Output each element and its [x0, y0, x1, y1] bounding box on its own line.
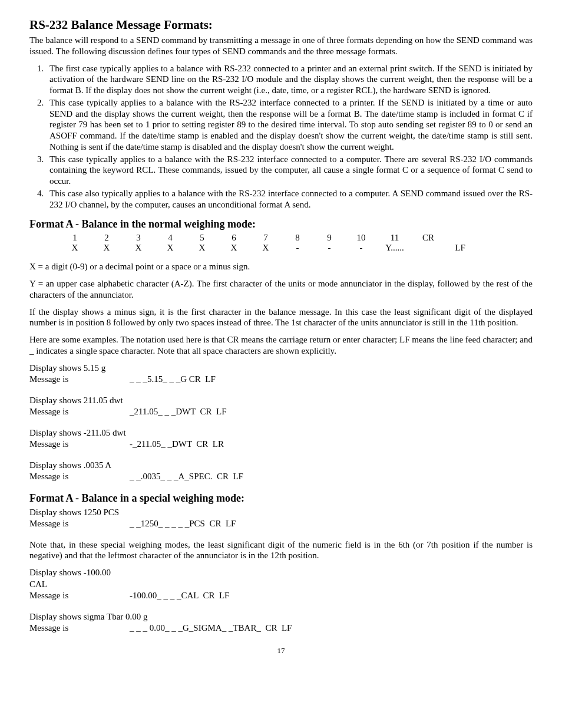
- fmt-cell: [412, 243, 444, 253]
- cases-list: The first case typically applies to a ba…: [29, 63, 533, 210]
- fmt-cell: X: [91, 243, 123, 253]
- page-number: 17: [29, 646, 533, 655]
- fmt-cell: 4: [154, 233, 186, 243]
- fmt-cell: 10: [345, 233, 377, 243]
- fmt-cell: 6: [218, 233, 250, 243]
- fmt-cell: X: [186, 243, 218, 253]
- example-block: Display shows 1250 PCS Message is_ _1250…: [29, 507, 533, 530]
- page-title: RS-232 Balance Message Formats:: [29, 18, 533, 32]
- fmt-cell: 5: [186, 233, 218, 243]
- example-msg: _ _.0035_ _ _A_SPEC. CR LF: [130, 471, 243, 483]
- example-msg-label: Message is: [29, 406, 130, 418]
- fmt-cell: X: [123, 243, 154, 253]
- fmt-cell: X: [154, 243, 186, 253]
- format-a-normal-heading: Format A - Balance in the normal weighin…: [29, 218, 533, 230]
- example-msg-label: Message is: [29, 439, 130, 450]
- legend-y: Y = an upper case alphabetic character (…: [29, 278, 533, 301]
- example-block: Display shows -100.00 CAL Message is-100…: [29, 567, 533, 602]
- example-display: Display shows sigma Tbar 0.00 g: [29, 611, 148, 623]
- example-msg-label: Message is: [29, 622, 130, 634]
- legend-x: X = a digit (0-9) or a decimal point or …: [29, 261, 533, 272]
- example-msg: _ _ _ 0.00_ _ _G_SIGMA_ _TBAR_ CR LF: [130, 622, 292, 634]
- fmt-cell: X: [250, 243, 282, 253]
- fmt-cell: 8: [282, 233, 313, 243]
- fmt-cell: LF: [444, 243, 476, 253]
- fmt-cell: -: [313, 243, 345, 253]
- format-a-special-heading: Format A - Balance in a special weighing…: [29, 492, 533, 505]
- example-block: Display shows 5.15 g Message is_ _ _5.15…: [29, 363, 533, 386]
- example-display: Display shows 1250 PCS: [29, 507, 130, 519]
- special-note: Note that, in these special weighing mod…: [29, 539, 533, 562]
- example-display: Display shows 211.05 dwt: [29, 395, 130, 407]
- fmt-cell: Y......: [377, 243, 412, 253]
- fmt-cell: 3: [123, 233, 154, 243]
- fmt-cell: 2: [91, 233, 123, 243]
- example-msg: _ _1250_ _ _ _ _PCS CR LF: [130, 518, 236, 530]
- example-msg: _211.05_ _ _DWT CR LF: [130, 406, 227, 418]
- minus-note: If the display shows a minus sign, it is…: [29, 307, 533, 329]
- fmt-cell: -: [282, 243, 313, 253]
- fmt-cell: 1: [59, 233, 91, 243]
- example-block: Display shows sigma Tbar 0.00 g Message …: [29, 611, 533, 634]
- example-block: Display shows -211.05 dwt Message is-_21…: [29, 427, 533, 450]
- example-display: Display shows 5.15 g: [29, 363, 130, 374]
- example-msg: -_211.05_ _DWT CR LR: [130, 439, 224, 450]
- fmt-cell: 7: [250, 233, 282, 243]
- example-display: Display shows -100.00 CAL: [29, 567, 130, 590]
- fmt-cell: 11: [377, 233, 412, 243]
- case-item: This case also typically applies to a ba…: [46, 188, 533, 210]
- example-block: Display shows 211.05 dwt Message is_211.…: [29, 395, 533, 418]
- example-msg-label: Message is: [29, 518, 130, 530]
- example-msg-label: Message is: [29, 471, 130, 483]
- fmt-cell: 9: [313, 233, 345, 243]
- fmt-cell: [444, 233, 476, 243]
- example-display: Display shows .0035 A: [29, 460, 130, 472]
- example-msg: _ _ _5.15_ _ _G CR LF: [130, 374, 216, 386]
- example-msg-label: Message is: [29, 590, 130, 602]
- fmt-cell: CR: [412, 233, 444, 243]
- fmt-cell: -: [345, 243, 377, 253]
- fmt-cell: X: [218, 243, 250, 253]
- case-item: This case typically applies to a balance…: [46, 154, 533, 187]
- examples-intro: Here are some examples. The notation use…: [29, 334, 533, 357]
- format-a-table: 1 2 3 4 5 6 7 8 9 10 11 CR X X X X X X X…: [59, 233, 476, 253]
- fmt-cell: X: [59, 243, 91, 253]
- example-block: Display shows .0035 A Message is_ _.0035…: [29, 460, 533, 483]
- case-item: This case typically applies to a balance…: [46, 97, 533, 153]
- example-msg-label: Message is: [29, 374, 130, 386]
- example-msg: -100.00_ _ _ _CAL CR LF: [130, 590, 229, 602]
- case-item: The first case typically applies to a ba…: [46, 63, 533, 96]
- intro-paragraph: The balance will respond to a SEND comma…: [29, 35, 533, 57]
- example-display: Display shows -211.05 dwt: [29, 427, 130, 439]
